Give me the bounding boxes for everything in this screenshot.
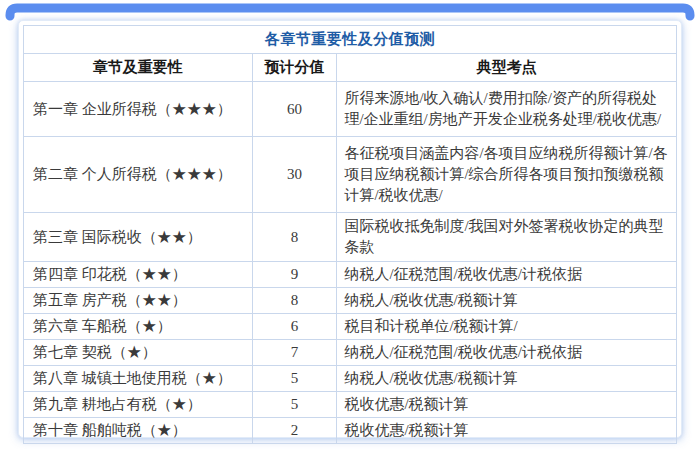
page-title: 各章节重要性及分值预测 — [24, 26, 677, 54]
column-header-chapter: 章节及重要性 — [24, 54, 253, 82]
score-cell: 8 — [252, 288, 337, 314]
points-cell: 纳税人/征税范围/税收优惠/计税依据 — [337, 340, 677, 366]
table-row: 第四章 印花税（★★） 9 纳税人/征税范围/税收优惠/计税依据 — [24, 262, 677, 288]
table-row: 第八章 城镇土地使用税（★） 5 纳税人/税收优惠/税额计算 — [24, 366, 677, 392]
points-cell: 所得来源地/收入确认/费用扣除/资产的所得税处理/企业重组/房地产开发企业税务处… — [337, 82, 677, 137]
score-cell: 8 — [252, 213, 337, 262]
column-header-points: 典型考点 — [337, 54, 677, 82]
table-row: 第九章 耕地占有税（★） 5 税收优惠/税额计算 — [24, 392, 677, 418]
score-cell: 2 — [252, 418, 337, 444]
score-cell: 9 — [252, 262, 337, 288]
column-header-score: 预计分值 — [252, 54, 337, 82]
score-cell: 5 — [252, 392, 337, 418]
table-card: 各章节重要性及分值预测 章节及重要性 预计分值 典型考点 第一章 企业所得税（★… — [18, 20, 682, 438]
chapter-cell: 第二章 个人所得税（★★★） — [24, 137, 253, 213]
chapter-cell: 第七章 契税（★） — [24, 340, 253, 366]
score-cell: 6 — [252, 314, 337, 340]
score-cell: 7 — [252, 340, 337, 366]
points-cell: 纳税人/税收优惠/税额计算 — [337, 288, 677, 314]
points-cell: 各征税项目涵盖内容/各项目应纳税所得额计算/各项目应纳税额计算/综合所得各项目预… — [337, 137, 677, 213]
score-cell: 60 — [252, 82, 337, 137]
prediction-table: 各章节重要性及分值预测 章节及重要性 预计分值 典型考点 第一章 企业所得税（★… — [23, 25, 677, 444]
chapter-cell: 第六章 车船税（★） — [24, 314, 253, 340]
table-row: 第三章 国际税收（★★） 8 国际税收抵免制度/我国对外签署税收协定的典型条款 — [24, 213, 677, 262]
score-cell: 30 — [252, 137, 337, 213]
chapter-cell: 第一章 企业所得税（★★★） — [24, 82, 253, 137]
chapter-cell: 第三章 国际税收（★★） — [24, 213, 253, 262]
chapter-cell: 第八章 城镇土地使用税（★） — [24, 366, 253, 392]
table-row: 第一章 企业所得税（★★★） 60 所得来源地/收入确认/费用扣除/资产的所得税… — [24, 82, 677, 137]
points-cell: 纳税人/税收优惠/税额计算 — [337, 366, 677, 392]
table-row: 第十章 船舶吨税（★） 2 税收优惠/税额计算 — [24, 418, 677, 444]
points-cell: 税收优惠/税额计算 — [337, 392, 677, 418]
table-row: 第二章 个人所得税（★★★） 30 各征税项目涵盖内容/各项目应纳税所得额计算/… — [24, 137, 677, 213]
chapter-cell: 第九章 耕地占有税（★） — [24, 392, 253, 418]
points-cell: 纳税人/征税范围/税收优惠/计税依据 — [337, 262, 677, 288]
table-row: 第五章 房产税（★★） 8 纳税人/税收优惠/税额计算 — [24, 288, 677, 314]
title-row: 各章节重要性及分值预测 — [24, 26, 677, 54]
header-row: 章节及重要性 预计分值 典型考点 — [24, 54, 677, 82]
chapter-cell: 第十章 船舶吨税（★） — [24, 418, 253, 444]
table-row: 第七章 契税（★） 7 纳税人/征税范围/税收优惠/计税依据 — [24, 340, 677, 366]
chapter-cell: 第五章 房产税（★★） — [24, 288, 253, 314]
chapter-cell: 第四章 印花税（★★） — [24, 262, 253, 288]
table-row: 第六章 车船税（★） 6 税目和计税单位/税额计算/ — [24, 314, 677, 340]
points-cell: 税目和计税单位/税额计算/ — [337, 314, 677, 340]
points-cell: 国际税收抵免制度/我国对外签署税收协定的典型条款 — [337, 213, 677, 262]
score-cell: 5 — [252, 366, 337, 392]
points-cell: 税收优惠/税额计算 — [337, 418, 677, 444]
